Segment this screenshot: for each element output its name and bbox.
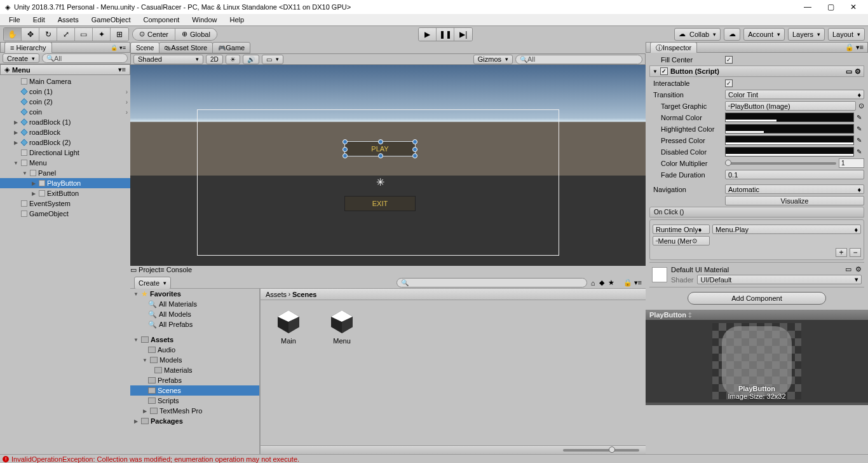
rect-tool[interactable]: ▭ — [75, 28, 93, 41]
button-component-header[interactable]: ▼ ✓ Button (Script) ▭ ⚙ — [649, 66, 864, 77]
step-button[interactable]: ▶| — [454, 28, 472, 41]
hierarchy-item[interactable]: EventSystem — [0, 198, 130, 209]
status-bar[interactable]: ! InvalidOperationException: Collection … — [0, 454, 868, 463]
shader-dropdown[interactable]: UI/Default▾ — [697, 275, 862, 284]
function-dropdown[interactable]: Menu.Play♦ — [712, 225, 861, 234]
target-object-field[interactable]: ▫Menu (Mer ⊙ — [653, 236, 710, 245]
target-graphic-field[interactable]: ▫PlayButton (Image) — [725, 101, 856, 111]
preset-icon[interactable]: ⚙ — [855, 67, 861, 76]
favorites-header[interactable]: ▼★Favorites — [130, 289, 259, 299]
hierarchy-item[interactable]: ▶roadBlock — [0, 127, 130, 137]
hierarchy-item[interactable]: coin (1)› — [0, 86, 130, 97]
visualize-button[interactable]: Visualize — [725, 196, 864, 205]
fav-all-prefabs[interactable]: 🔍All Prefabs — [130, 319, 259, 329]
hand-tool[interactable]: ✋ — [4, 28, 22, 41]
menu-gameobject[interactable]: GameObject — [86, 15, 136, 24]
hierarchy-item[interactable]: GameObject — [0, 209, 130, 219]
shading-dropdown[interactable]: Shaded▾ — [133, 55, 203, 64]
hierarchy-lock-icon[interactable]: 🔒 ▾≡ — [111, 45, 126, 51]
move-tool[interactable]: ✥ — [22, 28, 39, 41]
fav-all-materials[interactable]: 🔍All Materials — [130, 299, 259, 309]
asset-main-scene[interactable]: Main — [268, 308, 309, 345]
play-button[interactable]: ▶ — [419, 28, 437, 41]
help-icon[interactable]: ▭ — [846, 67, 852, 76]
minimize-button[interactable]: — — [802, 3, 813, 11]
assets-header[interactable]: ▼Assets — [130, 335, 259, 345]
inspector-lock-icon[interactable]: 🔒 ▾≡ — [845, 43, 864, 52]
folder-prefabs[interactable]: Prefabs — [130, 375, 259, 385]
fill-center-checkbox[interactable]: ✓ — [725, 56, 733, 64]
fav-all-models[interactable]: 🔍All Models — [130, 309, 259, 319]
object-picker-icon[interactable]: ⊙ — [858, 102, 864, 110]
menu-window[interactable]: Window — [187, 15, 222, 24]
add-event-button[interactable]: + — [836, 248, 847, 257]
eyedropper-icon[interactable]: ✎ — [857, 125, 864, 132]
audio-toggle[interactable]: 🔊 — [243, 55, 259, 64]
lighting-toggle[interactable]: ☀ — [226, 55, 240, 64]
eyedropper-icon[interactable]: ✎ — [857, 114, 864, 121]
hierarchy-item[interactable]: Main Camera — [0, 76, 130, 86]
material-help-icon[interactable]: ▭ — [845, 265, 851, 273]
component-enable-checkbox[interactable]: ✓ — [660, 67, 668, 75]
highlighted-color-swatch[interactable] — [725, 124, 854, 134]
eyedropper-icon[interactable]: ✎ — [857, 137, 864, 144]
packages-header[interactable]: ▶Packages — [130, 416, 259, 426]
filter-by-label[interactable]: ⌂ — [591, 279, 595, 287]
services-button[interactable]: ☁ — [724, 28, 740, 41]
scale-tool[interactable]: ⤢ — [57, 28, 75, 41]
gizmos-dropdown[interactable]: Gizmos▾ — [473, 55, 513, 64]
maximize-button[interactable]: ▢ — [825, 3, 836, 11]
project-lock-icon[interactable]: 🔒 ▾≡ — [623, 279, 642, 287]
hierarchy-item[interactable]: ▶ExitButton — [0, 188, 130, 198]
account-dropdown[interactable]: Account▾ — [743, 28, 785, 41]
hierarchy-item[interactable]: ▶PlayButton — [0, 178, 130, 188]
folder-models[interactable]: ▼Models — [130, 355, 259, 365]
transition-dropdown[interactable]: Color Tint♦ — [725, 90, 864, 99]
runtime-dropdown[interactable]: Runtime Only♦ — [653, 225, 710, 234]
tab-scene[interactable]: Scene — [130, 42, 159, 53]
breadcrumb[interactable]: Assets › Scenes — [261, 289, 646, 300]
project-search[interactable]: 🔍 — [397, 278, 587, 287]
hierarchy-tab[interactable]: ≡ Hierarchy — [4, 42, 52, 53]
menu-help[interactable]: Help — [224, 15, 249, 24]
hierarchy-item[interactable]: coin (2)› — [0, 97, 130, 107]
scene-view[interactable]: PLAY ✳ EXIT — [130, 65, 646, 266]
custom-tool[interactable]: ⊞ — [111, 28, 128, 41]
hierarchy-item[interactable]: Directional Light — [0, 148, 130, 158]
menu-component[interactable]: Component — [138, 15, 184, 24]
collab-dropdown[interactable]: ☁Collab▾ — [674, 28, 721, 41]
hierarchy-item[interactable]: ▼Panel — [0, 168, 130, 178]
2d-toggle[interactable]: 2D — [206, 55, 223, 64]
menu-edit[interactable]: Edit — [28, 15, 50, 24]
fx-dropdown[interactable]: ▭▾ — [262, 55, 283, 64]
pause-button[interactable]: ❚❚ — [437, 28, 454, 41]
project-create[interactable]: Create▾ — [134, 277, 171, 289]
remove-event-button[interactable]: − — [850, 248, 861, 257]
save-search[interactable]: ★ — [608, 279, 614, 287]
combined-tool[interactable]: ✦ — [93, 28, 111, 41]
layers-dropdown[interactable]: Layers▾ — [788, 28, 825, 41]
inspector-tab[interactable]: ⓘ Inspector — [650, 42, 697, 53]
rotate-tool[interactable]: ↻ — [39, 28, 57, 41]
scene-root[interactable]: ◈ Menu ▾≡ — [0, 64, 130, 75]
hierarchy-create[interactable]: Create▾ — [3, 53, 39, 63]
color-multiplier-value[interactable] — [839, 158, 864, 168]
play-button-ui[interactable]: PLAY — [344, 141, 416, 156]
menu-assets[interactable]: Assets — [53, 15, 84, 24]
folder-audio[interactable]: Audio — [130, 345, 259, 355]
disabled-color-swatch[interactable] — [725, 147, 854, 156]
tab-project[interactable]: ▭ Project — [130, 266, 160, 277]
add-component-button[interactable]: Add Component — [688, 292, 826, 305]
color-multiplier-slider[interactable] — [725, 162, 836, 165]
tab-asset-store[interactable]: 🛍 Asset Store — [159, 42, 213, 53]
normal-color-swatch[interactable] — [725, 113, 854, 122]
filter-by-type[interactable]: ◆ — [599, 279, 604, 287]
material-settings-icon[interactable]: ⚙ — [855, 265, 862, 273]
hierarchy-item[interactable]: ▶roadBlock (1) — [0, 117, 130, 127]
hierarchy-search[interactable]: 🔍All — [42, 53, 128, 63]
folder-scenes[interactable]: Scenes — [130, 385, 259, 396]
tab-game[interactable]: 🎮 Game — [212, 42, 250, 53]
onclick-header[interactable]: On Click () — [649, 207, 864, 218]
menu-file[interactable]: File — [4, 15, 25, 24]
interactable-checkbox[interactable]: ✓ — [725, 79, 733, 87]
